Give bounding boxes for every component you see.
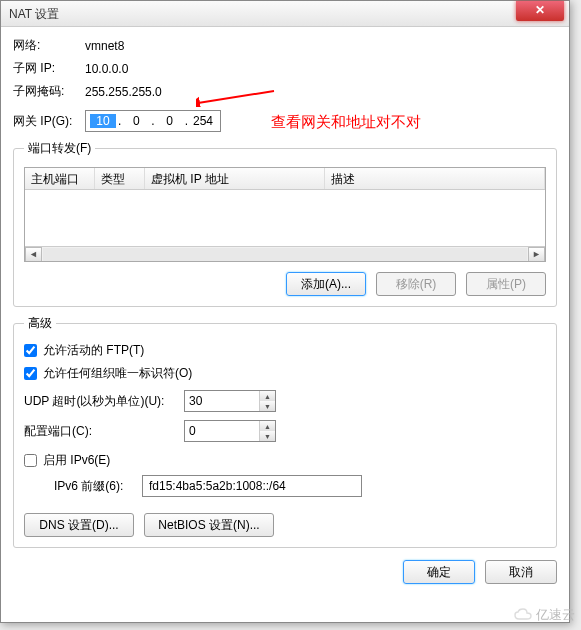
netbios-settings-button[interactable]: NetBIOS 设置(N)... <box>144 513 274 537</box>
allow-ftp-label: 允许活动的 FTP(T) <box>43 342 144 359</box>
properties-button: 属性(P) <box>466 272 546 296</box>
port-forward-legend: 端口转发(F) <box>24 140 95 157</box>
spin-up-icon[interactable]: ▲ <box>260 391 275 401</box>
subnet-ip-value: 10.0.0.0 <box>85 62 128 76</box>
gateway-ip-input[interactable]: 10 . 0 . 0 . 254 <box>85 110 221 132</box>
ip-seg-3[interactable]: 0 <box>157 114 183 128</box>
enable-ipv6-label: 启用 IPv6(E) <box>43 452 110 469</box>
config-port-input[interactable] <box>185 421 259 441</box>
annotation-text: 查看网关和地址对不对 <box>271 113 421 132</box>
col-host-port[interactable]: 主机端口 <box>25 168 95 189</box>
col-vm-ip[interactable]: 虚拟机 IP 地址 <box>145 168 325 189</box>
subnet-mask-value: 255.255.255.0 <box>85 85 162 99</box>
horizontal-scrollbar[interactable]: ◄ ► <box>25 246 545 262</box>
udp-timeout-spinner[interactable]: ▲ ▼ <box>184 390 276 412</box>
allow-org-checkbox[interactable] <box>24 367 37 380</box>
subnet-ip-label: 子网 IP: <box>13 60 85 77</box>
port-forward-group: 端口转发(F) 主机端口 类型 虚拟机 IP 地址 描述 ◄ ► 添加(A)..… <box>13 140 557 307</box>
table-header: 主机端口 类型 虚拟机 IP 地址 描述 <box>25 168 545 190</box>
remove-button: 移除(R) <box>376 272 456 296</box>
config-port-label: 配置端口(C): <box>24 423 184 440</box>
enable-ipv6-checkbox[interactable] <box>24 454 37 467</box>
ipv6-prefix-label: IPv6 前缀(6): <box>54 478 142 495</box>
advanced-legend: 高级 <box>24 315 56 332</box>
spin-up-icon[interactable]: ▲ <box>260 421 275 431</box>
scroll-right-icon[interactable]: ► <box>528 247 545 263</box>
dialog-title: NAT 设置 <box>9 1 59 27</box>
scroll-track[interactable] <box>43 248 527 263</box>
subnet-mask-label: 子网掩码: <box>13 83 85 100</box>
ipv6-prefix-input[interactable] <box>142 475 362 497</box>
col-desc[interactable]: 描述 <box>325 168 545 189</box>
scroll-left-icon[interactable]: ◄ <box>25 247 42 263</box>
close-button[interactable]: ✕ <box>516 1 564 21</box>
watermark: 亿速云 <box>514 606 575 624</box>
ip-seg-1[interactable]: 10 <box>90 114 116 128</box>
add-button[interactable]: 添加(A)... <box>286 272 366 296</box>
allow-org-label: 允许任何组织唯一标识符(O) <box>43 365 192 382</box>
table-body <box>25 190 545 246</box>
network-value: vmnet8 <box>85 39 124 53</box>
udp-timeout-input[interactable] <box>185 391 259 411</box>
col-type[interactable]: 类型 <box>95 168 145 189</box>
nat-settings-dialog: NAT 设置 ✕ 网络: vmnet8 子网 IP: 10.0.0.0 子网掩码… <box>0 0 570 623</box>
ok-button[interactable]: 确定 <box>403 560 475 584</box>
udp-timeout-label: UDP 超时(以秒为单位)(U): <box>24 393 184 410</box>
cloud-icon <box>514 608 532 622</box>
dns-settings-button[interactable]: DNS 设置(D)... <box>24 513 134 537</box>
spin-down-icon[interactable]: ▼ <box>260 431 275 441</box>
ip-seg-2[interactable]: 0 <box>123 114 149 128</box>
title-bar: NAT 设置 ✕ <box>1 1 569 27</box>
advanced-group: 高级 允许活动的 FTP(T) 允许任何组织唯一标识符(O) UDP 超时(以秒… <box>13 315 557 548</box>
cancel-button[interactable]: 取消 <box>485 560 557 584</box>
port-forward-table[interactable]: 主机端口 类型 虚拟机 IP 地址 描述 ◄ ► <box>24 167 546 262</box>
network-label: 网络: <box>13 37 85 54</box>
allow-ftp-checkbox[interactable] <box>24 344 37 357</box>
gateway-label: 网关 IP(G): <box>13 113 85 130</box>
ip-seg-4[interactable]: 254 <box>190 114 216 128</box>
config-port-spinner[interactable]: ▲ ▼ <box>184 420 276 442</box>
spin-down-icon[interactable]: ▼ <box>260 401 275 411</box>
